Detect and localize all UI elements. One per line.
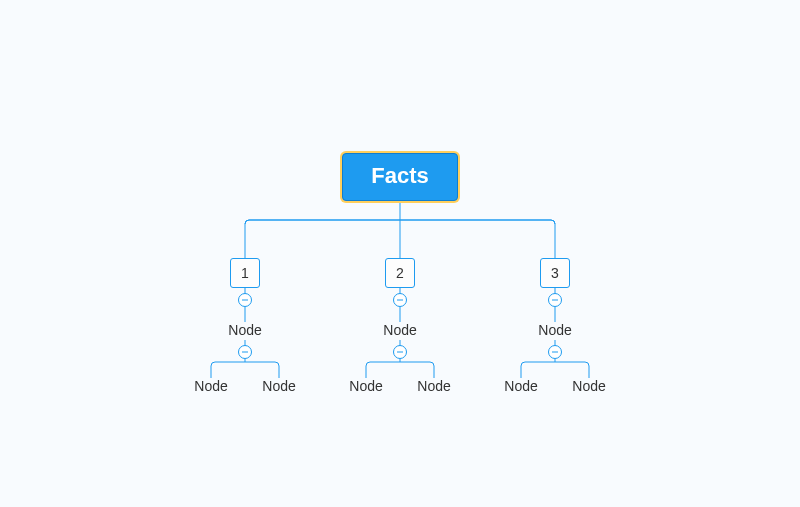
branch-number: 3 <box>551 265 559 281</box>
mindmap-canvas[interactable]: Facts 1 Node Node Node 2 Node Node Node … <box>0 0 800 507</box>
branch-number: 2 <box>396 265 404 281</box>
collapse-toggle[interactable] <box>238 345 252 359</box>
node-label: Node <box>194 378 227 394</box>
node-label: Node <box>262 378 295 394</box>
root-label: Facts <box>371 163 428 188</box>
mid-node-3[interactable]: Node <box>535 322 575 338</box>
leaf-node[interactable]: Node <box>191 378 231 394</box>
node-label: Node <box>383 322 416 338</box>
branch-node-1[interactable]: 1 <box>230 258 260 288</box>
collapse-toggle[interactable] <box>548 345 562 359</box>
node-label: Node <box>349 378 382 394</box>
root-node[interactable]: Facts <box>342 153 458 201</box>
mid-node-1[interactable]: Node <box>225 322 265 338</box>
collapse-toggle[interactable] <box>393 345 407 359</box>
branch-node-2[interactable]: 2 <box>385 258 415 288</box>
collapse-toggle[interactable] <box>548 293 562 307</box>
leaf-node[interactable]: Node <box>414 378 454 394</box>
mid-node-2[interactable]: Node <box>380 322 420 338</box>
node-label: Node <box>417 378 450 394</box>
branch-number: 1 <box>241 265 249 281</box>
node-label: Node <box>538 322 571 338</box>
leaf-node[interactable]: Node <box>346 378 386 394</box>
collapse-toggle[interactable] <box>238 293 252 307</box>
collapse-toggle[interactable] <box>393 293 407 307</box>
connectors <box>0 0 800 507</box>
node-label: Node <box>572 378 605 394</box>
leaf-node[interactable]: Node <box>259 378 299 394</box>
leaf-node[interactable]: Node <box>501 378 541 394</box>
node-label: Node <box>504 378 537 394</box>
node-label: Node <box>228 322 261 338</box>
leaf-node[interactable]: Node <box>569 378 609 394</box>
branch-node-3[interactable]: 3 <box>540 258 570 288</box>
